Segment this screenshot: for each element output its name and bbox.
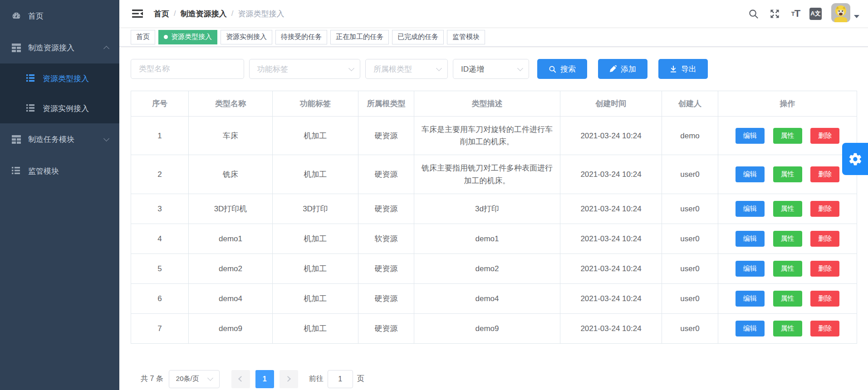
delete-button[interactable]: 删除 [810, 291, 839, 307]
tab-resource-instance-access[interactable]: 资源实例接入 [221, 30, 272, 44]
attribute-button[interactable]: 属性 [773, 321, 802, 336]
list-icon [26, 74, 35, 83]
chevron-down-icon [103, 136, 109, 141]
sort-order-select[interactable]: ID递增 [453, 59, 529, 79]
cell-desc: demo4 [414, 283, 560, 313]
sidebar-item-task-module[interactable]: 制造任务模块 [0, 123, 119, 155]
cell-actions: 编辑 属性 删除 [718, 313, 857, 343]
breadcrumb-resource-access[interactable]: 制造资源接入 [181, 9, 227, 19]
edit-button[interactable]: 编辑 [736, 261, 765, 277]
cell-tag: 机加工 [273, 224, 358, 253]
function-tag-select[interactable]: 功能标签 [249, 59, 360, 79]
cell-actions: 编辑 属性 删除 [718, 194, 857, 224]
edit-button[interactable]: 编辑 [736, 166, 765, 182]
cell-time: 2021-03-24 10:24 [560, 224, 662, 253]
edit-button[interactable]: 编辑 [736, 291, 765, 307]
table-row: 6 demo4 机加工 硬资源 demo4 2021-03-24 10:24 u… [131, 283, 857, 313]
search-button[interactable]: 搜索 [537, 59, 587, 79]
goto-page-input[interactable] [328, 370, 353, 388]
attribute-button[interactable]: 属性 [773, 166, 802, 182]
attribute-button[interactable]: 属性 [773, 291, 802, 307]
sidebar-item-resource-access[interactable]: 制造资源接入 [0, 32, 119, 63]
font-size-icon[interactable]: TT [788, 5, 804, 23]
app-root: 首页 制造资源接入 资源类型接入 资源实例接入 [0, 0, 868, 390]
tab-home[interactable]: 首页 [131, 30, 155, 44]
sidebar-item-supervision-module[interactable]: 监管模块 [0, 155, 119, 187]
table-row: 5 demo2 机加工 硬资源 demo2 2021-03-24 10:24 u… [131, 253, 857, 283]
export-button[interactable]: 导出 [658, 59, 708, 79]
cell-tag: 机加工 [273, 117, 358, 155]
sidebar-item-label: 制造任务模块 [28, 134, 74, 145]
type-name-input[interactable] [131, 59, 244, 79]
cell-time: 2021-03-24 10:24 [560, 253, 662, 283]
chevron-down-icon [207, 375, 213, 381]
pagination-total: 共 7 条 [141, 374, 163, 384]
cell-root: 硬资源 [358, 117, 414, 155]
attribute-button[interactable]: 属性 [773, 231, 802, 247]
delete-button[interactable]: 删除 [810, 128, 839, 144]
table-row: 4 demo1 机加工 软资源 demo1 2021-03-24 10:24 u… [131, 224, 857, 253]
cell-name: demo9 [189, 313, 273, 343]
tab-completed-tasks[interactable]: 已完成的任务 [392, 30, 444, 44]
tab-processing-tasks[interactable]: 正在加工的任务 [330, 30, 389, 44]
fullscreen-icon[interactable] [767, 5, 782, 23]
cell-root: 硬资源 [358, 253, 414, 283]
navbar-right-tools: TT A文 [745, 3, 859, 24]
tab-supervision-module[interactable]: 监管模块 [447, 30, 485, 44]
language-icon[interactable]: A文 [809, 8, 822, 20]
page-size-select[interactable]: 20条/页 [169, 370, 220, 388]
tab-pending-tasks[interactable]: 待接受的任务 [275, 30, 327, 44]
delete-button[interactable]: 删除 [810, 201, 839, 217]
caret-down-icon [854, 15, 859, 18]
cell-creator: user0 [662, 283, 718, 313]
tags-view-bar: 首页 资源类型接入 资源实例接入 待接受的任务 正在加工的任务 已完成的任务 监… [119, 28, 868, 47]
sidebar-item-resource-instance-access[interactable]: 资源实例接入 [0, 93, 119, 123]
search-icon[interactable] [745, 5, 761, 23]
user-menu[interactable] [831, 3, 859, 24]
next-page-button[interactable] [280, 370, 298, 388]
delete-button[interactable]: 删除 [810, 231, 839, 247]
attribute-button[interactable]: 属性 [773, 261, 802, 277]
delete-button[interactable]: 删除 [810, 321, 839, 336]
cell-actions: 编辑 属性 删除 [718, 224, 857, 253]
edit-button[interactable]: 编辑 [736, 128, 765, 144]
table-row: 3 3D打印机 3D打印 硬资源 3d打印 2021-03-24 10:24 u… [131, 194, 857, 224]
select-placeholder: 所属根类型 [373, 64, 412, 74]
attribute-button[interactable]: 属性 [773, 128, 802, 144]
cell-name: 车床 [189, 117, 273, 155]
table-row: 7 demo9 机加工 硬资源 demo9 2021-03-24 10:24 u… [131, 313, 857, 343]
breadcrumb-home[interactable]: 首页 [154, 9, 169, 19]
cell-tag: 3D打印 [273, 194, 358, 224]
sidebar-item-home[interactable]: 首页 [0, 0, 119, 32]
cell-index: 3 [131, 194, 189, 224]
root-type-select[interactable]: 所属根类型 [365, 59, 448, 79]
resource-type-table: 序号 类型名称 功能标签 所属根类型 类型描述 创建时间 创建人 操作 1 车床 [131, 91, 857, 344]
attribute-button[interactable]: 属性 [773, 201, 802, 217]
edit-button[interactable]: 编辑 [736, 201, 765, 217]
settings-fab-button[interactable] [842, 143, 868, 175]
cell-index: 2 [131, 155, 189, 194]
delete-button[interactable]: 删除 [810, 261, 839, 277]
table-row: 1 车床 机加工 硬资源 车床是主要用车刀对旋转的工件进行车削加工的机床。 20… [131, 117, 857, 155]
prev-page-button[interactable] [231, 370, 250, 388]
cell-name: demo4 [189, 283, 273, 313]
chevron-right-icon [285, 376, 291, 382]
column-header-name: 类型名称 [189, 91, 273, 117]
cell-time: 2021-03-24 10:24 [560, 283, 662, 313]
edit-button[interactable]: 编辑 [736, 231, 765, 247]
delete-button[interactable]: 删除 [810, 166, 839, 182]
sidebar-item-resource-type-access[interactable]: 资源类型接入 [0, 63, 119, 93]
cell-index: 4 [131, 224, 189, 253]
breadcrumb-current: 资源类型接入 [238, 9, 284, 19]
sidebar-collapse-icon[interactable] [128, 7, 147, 20]
edit-button[interactable]: 编辑 [736, 321, 765, 336]
cell-tag: 机加工 [273, 155, 358, 194]
cell-root: 硬资源 [358, 313, 414, 343]
list-icon [26, 104, 35, 113]
add-button[interactable]: 添加 [598, 59, 647, 79]
avatar [831, 3, 850, 24]
page-number-1[interactable]: 1 [255, 370, 274, 388]
tab-resource-type-access[interactable]: 资源类型接入 [158, 30, 217, 44]
sidebar-item-label: 资源类型接入 [43, 73, 89, 84]
cell-creator: user0 [662, 224, 718, 253]
